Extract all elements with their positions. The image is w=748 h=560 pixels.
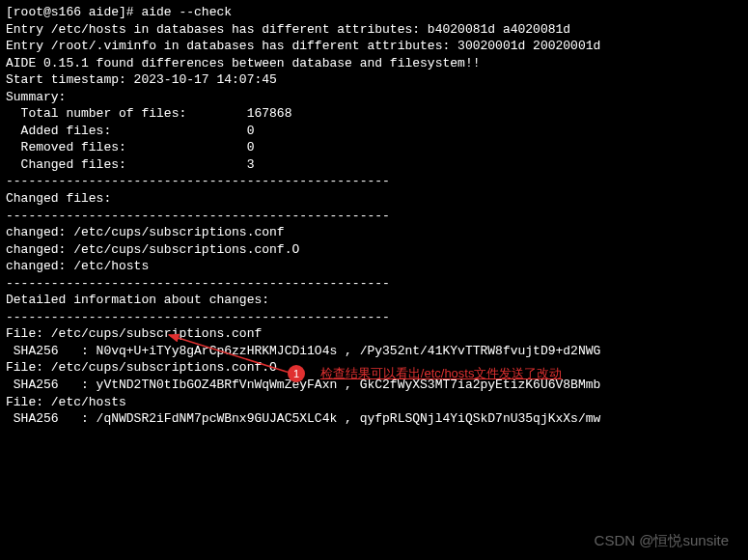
output-line: Start timestamp: 2023-10-17 14:07:45 bbox=[6, 71, 742, 89]
separator: ----------------------------------------… bbox=[6, 173, 742, 190]
summary-added: Added files: 0 bbox=[6, 123, 742, 140]
output-line: Entry /root/.viminfo in databases has di… bbox=[6, 38, 742, 55]
changed-file: changed: /etc/cups/subscriptions.conf bbox=[6, 224, 742, 241]
file-sha: SHA256 : /qNWDSR2iFdNM7pcWBnx9GUJAC5XLC4… bbox=[6, 410, 742, 428]
prompt-line[interactable]: [root@s166 aide]# aide --check bbox=[6, 4, 742, 21]
typed-command: aide --check bbox=[141, 5, 232, 19]
file-sha: SHA256 : N0vq+U+iTYy8gArCp6zzHRKMJCDi1O4… bbox=[6, 343, 742, 360]
shell-prompt: [root@s166 aide]# bbox=[6, 5, 141, 19]
separator: ----------------------------------------… bbox=[6, 208, 742, 225]
changed-files-header: Changed files: bbox=[6, 190, 742, 208]
file-sha: SHA256 : yVtND2TN0tIbGOZ4BRfVnWqWmZeyFAx… bbox=[6, 377, 742, 394]
file-header: File: /etc/cups/subscriptions.conf.O bbox=[6, 359, 742, 377]
changed-file: changed: /etc/cups/subscriptions.conf.O bbox=[6, 241, 742, 259]
output-line: Entry /etc/hosts in databases has differ… bbox=[6, 21, 742, 39]
changed-file: changed: /etc/hosts bbox=[6, 258, 742, 275]
summary-total: Total number of files: 167868 bbox=[6, 105, 742, 123]
detailed-header: Detailed information about changes: bbox=[6, 292, 742, 309]
output-line: AIDE 0.15.1 found differences between da… bbox=[6, 55, 742, 72]
file-header: File: /etc/hosts bbox=[6, 394, 742, 411]
terminal-output: [root@s166 aide]# aide --check Entry /et… bbox=[6, 4, 742, 428]
separator: ----------------------------------------… bbox=[6, 309, 742, 326]
file-header: File: /etc/cups/subscriptions.conf bbox=[6, 325, 742, 343]
summary-changed: Changed files: 3 bbox=[6, 156, 742, 174]
summary-removed: Removed files: 0 bbox=[6, 139, 742, 156]
separator: ----------------------------------------… bbox=[6, 275, 742, 293]
summary-header: Summary: bbox=[6, 89, 742, 106]
watermark-text: CSDN @恒悦sunsite bbox=[595, 531, 729, 550]
